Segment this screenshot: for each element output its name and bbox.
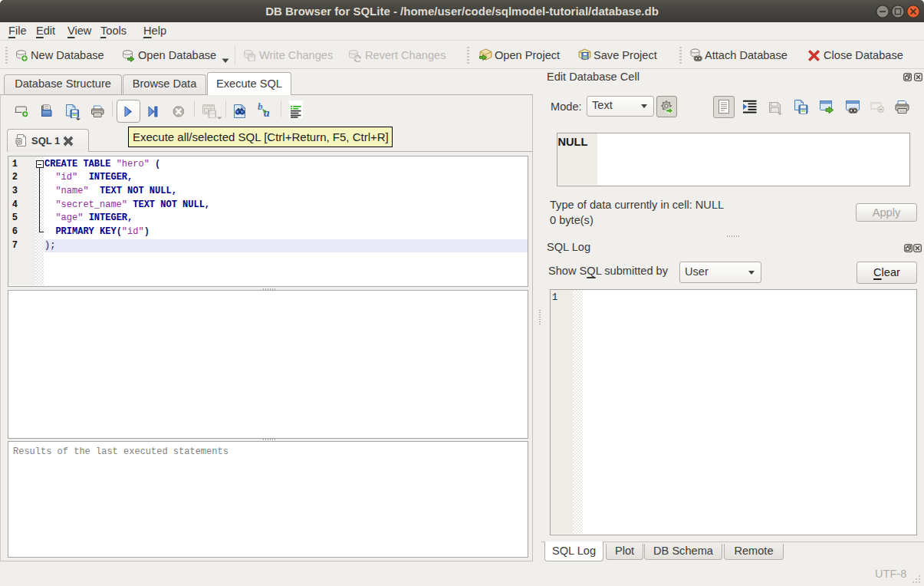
svg-text:b: b [258,101,263,112]
